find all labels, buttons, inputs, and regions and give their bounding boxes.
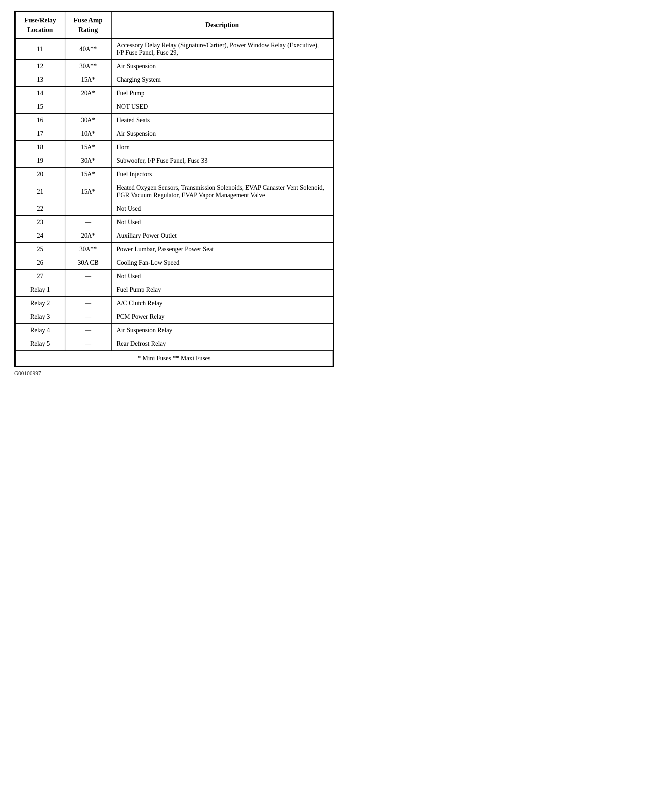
table-row: 2420A*Auxiliary Power Outlet <box>15 229 333 243</box>
cell-description: Power Lumbar, Passenger Power Seat <box>111 243 333 256</box>
cell-rating: — <box>65 202 111 216</box>
table-row: 1630A*Heated Seats <box>15 114 333 127</box>
cell-description: Fuel Injectors <box>111 168 333 181</box>
table-row: 2015A*Fuel Injectors <box>15 168 333 181</box>
table-row: 22—Not Used <box>15 202 333 216</box>
cell-rating: 10A* <box>65 127 111 141</box>
cell-rating: 30A** <box>65 60 111 73</box>
cell-description: Not Used <box>111 202 333 216</box>
cell-location: Relay 3 <box>15 310 65 324</box>
cell-description: Air Suspension <box>111 127 333 141</box>
cell-description: Accessory Delay Relay (Signature/Cartier… <box>111 38 333 60</box>
cell-location: 14 <box>15 87 65 100</box>
cell-rating: — <box>65 270 111 283</box>
cell-description: A/C Clutch Relay <box>111 297 333 310</box>
cell-location: 16 <box>15 114 65 127</box>
table-row: 2630A CBCooling Fan-Low Speed <box>15 256 333 270</box>
cell-location: 12 <box>15 60 65 73</box>
cell-rating: — <box>65 216 111 229</box>
cell-rating: 15A* <box>65 181 111 202</box>
cell-rating: — <box>65 337 111 351</box>
cell-description: Charging System <box>111 73 333 87</box>
cell-description: Cooling Fan-Low Speed <box>111 256 333 270</box>
table-header-row: Fuse/RelayLocation Fuse AmpRating Descri… <box>15 12 333 38</box>
cell-rating: 15A* <box>65 168 111 181</box>
cell-location: 27 <box>15 270 65 283</box>
header-rating: Fuse AmpRating <box>65 12 111 38</box>
table-row: 1230A**Air Suspension <box>15 60 333 73</box>
cell-location: 23 <box>15 216 65 229</box>
table-row: Relay 2—A/C Clutch Relay <box>15 297 333 310</box>
cell-location: 13 <box>15 73 65 87</box>
cell-rating: 30A CB <box>65 256 111 270</box>
cell-rating: 15A* <box>65 73 111 87</box>
cell-location: 18 <box>15 141 65 154</box>
cell-rating: 15A* <box>65 141 111 154</box>
cell-description: Air Suspension Relay <box>111 324 333 337</box>
cell-description: Horn <box>111 141 333 154</box>
fuse-table-container: Fuse/RelayLocation Fuse AmpRating Descri… <box>14 11 334 367</box>
cell-rating: 30A** <box>65 243 111 256</box>
table-row: Relay 1—Fuel Pump Relay <box>15 283 333 297</box>
cell-location: Relay 5 <box>15 337 65 351</box>
cell-rating: 30A* <box>65 114 111 127</box>
cell-rating: — <box>65 100 111 114</box>
cell-location: Relay 1 <box>15 283 65 297</box>
table-body: 1140A**Accessory Delay Relay (Signature/… <box>15 38 333 366</box>
cell-description: Fuel Pump <box>111 87 333 100</box>
cell-location: 21 <box>15 181 65 202</box>
table-row: 15—NOT USED <box>15 100 333 114</box>
cell-location: 24 <box>15 229 65 243</box>
cell-location: 22 <box>15 202 65 216</box>
table-row: 1420A*Fuel Pump <box>15 87 333 100</box>
table-row: Relay 5—Rear Defrost Relay <box>15 337 333 351</box>
cell-description: Heated Oxygen Sensors, Transmission Sole… <box>111 181 333 202</box>
table-row: 2115A*Heated Oxygen Sensors, Transmissio… <box>15 181 333 202</box>
cell-description: PCM Power Relay <box>111 310 333 324</box>
cell-location: 20 <box>15 168 65 181</box>
cell-rating: — <box>65 297 111 310</box>
table-row: Relay 3—PCM Power Relay <box>15 310 333 324</box>
fuse-table: Fuse/RelayLocation Fuse AmpRating Descri… <box>15 11 333 366</box>
table-row: 1140A**Accessory Delay Relay (Signature/… <box>15 38 333 60</box>
table-row: 1710A*Air Suspension <box>15 127 333 141</box>
cell-description: Fuel Pump Relay <box>111 283 333 297</box>
cell-location: 19 <box>15 154 65 168</box>
cell-description: Heated Seats <box>111 114 333 127</box>
cell-location: 11 <box>15 38 65 60</box>
table-row: 2530A**Power Lumbar, Passenger Power Sea… <box>15 243 333 256</box>
table-row: Relay 4—Air Suspension Relay <box>15 324 333 337</box>
cell-description: Auxiliary Power Outlet <box>111 229 333 243</box>
cell-description: Air Suspension <box>111 60 333 73</box>
table-row: 1815A*Horn <box>15 141 333 154</box>
cell-location: 25 <box>15 243 65 256</box>
cell-description: Rear Defrost Relay <box>111 337 333 351</box>
cell-location: 17 <box>15 127 65 141</box>
cell-description: Not Used <box>111 216 333 229</box>
table-row: 1930A*Subwoofer, I/P Fuse Panel, Fuse 33 <box>15 154 333 168</box>
table-row: 27—Not Used <box>15 270 333 283</box>
cell-description: NOT USED <box>111 100 333 114</box>
cell-rating: — <box>65 283 111 297</box>
cell-rating: 20A* <box>65 229 111 243</box>
cell-description: Subwoofer, I/P Fuse Panel, Fuse 33 <box>111 154 333 168</box>
table-caption: G00100997 <box>14 370 638 377</box>
table-row: 23—Not Used <box>15 216 333 229</box>
cell-rating: — <box>65 310 111 324</box>
cell-location: 15 <box>15 100 65 114</box>
cell-rating: 40A** <box>65 38 111 60</box>
cell-location: 26 <box>15 256 65 270</box>
footer-row: * Mini Fuses ** Maxi Fuses <box>15 351 333 366</box>
header-description: Description <box>111 12 333 38</box>
cell-rating: 20A* <box>65 87 111 100</box>
cell-rating: — <box>65 324 111 337</box>
cell-location: Relay 4 <box>15 324 65 337</box>
cell-rating: 30A* <box>65 154 111 168</box>
header-location: Fuse/RelayLocation <box>15 12 65 38</box>
cell-location: Relay 2 <box>15 297 65 310</box>
footer-text: * Mini Fuses ** Maxi Fuses <box>15 351 333 366</box>
cell-description: Not Used <box>111 270 333 283</box>
table-row: 1315A*Charging System <box>15 73 333 87</box>
